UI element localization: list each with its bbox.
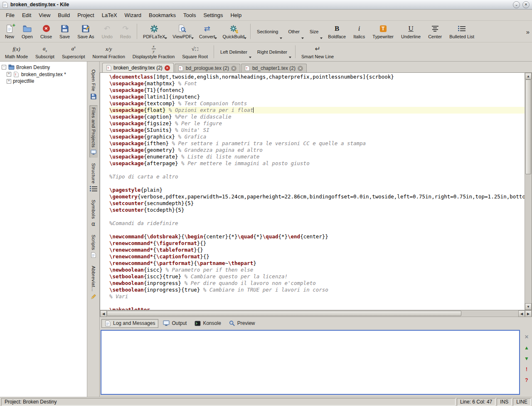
code-line-21[interactable]: \setcounter{tocdepth}{5} — [109, 207, 525, 213]
menu-file[interactable]: File — [2, 11, 18, 20]
doc-tab-bd-prologue-tex-2[interactable]: Tbd_prologue.tex (2)✕ — [175, 64, 240, 72]
menu-settings[interactable]: Settings — [200, 11, 226, 20]
side-tab-structure[interactable]: Structure — [89, 161, 98, 194]
close-window-button[interactable]: ✕ — [522, 1, 530, 8]
code-line-11[interactable]: \usepackage{ifthen} % Per settare i para… — [109, 140, 525, 147]
other-button[interactable]: Other — [284, 22, 305, 41]
horizontal-scroll-track[interactable] — [107, 310, 518, 317]
side-tab-files-and-projects[interactable]: Files and Projects — [89, 105, 98, 158]
horizontal-scroll-thumb[interactable] — [107, 311, 461, 316]
doc-tab-bd-chapter1-tex-2[interactable]: Tbd_chapter1.tex (2)✕ — [241, 64, 307, 72]
code-line-24[interactable] — [109, 227, 525, 233]
bottom-tab-konsole[interactable]: Konsole — [191, 319, 224, 328]
code-line-6[interactable]: \usepackage{float} % Opzioni extra per i… — [109, 107, 525, 114]
subscript-button[interactable]: axSubscript — [32, 43, 58, 60]
viewpdf-button[interactable]: ViewPDF — [169, 22, 195, 41]
undo-button[interactable]: ↶Undo — [99, 22, 116, 41]
close-tab-icon[interactable]: ✕ — [231, 66, 236, 71]
code-line-12[interactable]: \usepackage{geometry} % Grandezza pagina… — [109, 147, 525, 153]
code-line-27[interactable]: \renewcommand*{\tableformat}{} — [109, 247, 525, 253]
italics-button[interactable]: iItalics — [350, 22, 368, 41]
left-delimiter-button[interactable]: Left Delimiter — [217, 43, 253, 60]
pdflatex-button[interactable]: PDFLaTeX — [140, 22, 168, 41]
save-button[interactable]: Save — [56, 22, 73, 41]
code-line-17[interactable] — [109, 180, 525, 187]
code-line-13[interactable]: \usepackage{enumerate} % Liste di liste … — [109, 153, 525, 160]
side-tab-scripts[interactable]: Scripts — [89, 233, 98, 260]
tree-item-projectfile[interactable]: +projectfile — [0, 78, 87, 84]
close-tab-icon[interactable]: ✕ — [165, 65, 170, 71]
menu-tools[interactable]: Tools — [180, 11, 199, 20]
square-root-button[interactable]: √Square Root — [179, 43, 211, 60]
smart-new-line-button[interactable]: ↵Smart New Line — [298, 43, 337, 60]
displaystyle-fraction-button[interactable]: xyDisplaystyle Fraction — [129, 43, 178, 60]
code-line-15[interactable] — [109, 167, 525, 173]
code-line-19[interactable]: \geometry{verbose,pdftex,paperwidth=15.2… — [109, 193, 525, 200]
quickbuild-button[interactable]: ↯QuickBuild — [219, 22, 248, 41]
code-line-23[interactable]: %Comandi da ridefinire — [109, 220, 525, 227]
log-errors-icon[interactable]: ! — [523, 366, 530, 373]
underline-button[interactable]: UUnderline — [398, 22, 424, 41]
tree-expander-icon[interactable]: + — [7, 79, 11, 84]
size-button[interactable]: Size — [306, 22, 324, 41]
log-next-item-icon[interactable]: ▼ — [523, 355, 530, 362]
menu-bookmarks[interactable]: Bookmarks — [145, 11, 179, 20]
bottom-tab-preview[interactable]: Preview — [226, 319, 259, 328]
tree-item-broken-destiny[interactable]: -Broken Destiny — [0, 64, 87, 71]
right-delimiter-button[interactable]: Right Delimiter — [254, 43, 293, 60]
code-line-36[interactable]: \makeatletter — [109, 307, 525, 310]
scroll-left-button-secondary[interactable]: ◀ — [518, 310, 525, 317]
toolbar-overflow-button[interactable]: » — [526, 28, 530, 35]
close-button[interactable]: ✕Close — [37, 22, 55, 41]
bulleted-list-button[interactable]: Bulleted List — [446, 22, 478, 41]
code-line-14[interactable]: \usepackage{afterpage} % Per mettere le … — [109, 160, 525, 167]
save-as-button[interactable]: Save As — [74, 22, 97, 41]
side-tab-open-file[interactable]: Open File — [89, 67, 98, 102]
menu-help[interactable]: Help — [227, 11, 245, 20]
code-line-22[interactable] — [109, 213, 525, 220]
scroll-left-button[interactable]: ◀ — [100, 310, 107, 317]
code-editor[interactable]: \documentclass[10pt,twoside,english,norm… — [100, 73, 525, 310]
code-line-25[interactable]: \newcommand{\dotsbreak}{\begin{center}{*… — [109, 233, 525, 240]
vertical-scroll-thumb[interactable] — [525, 79, 531, 174]
vertical-scroll-track[interactable] — [525, 79, 532, 303]
redo-button[interactable]: ↷Redo — [117, 22, 134, 41]
vertical-scrollbar[interactable]: ▲ ▼ — [525, 73, 532, 310]
code-line-30[interactable]: \newboolean{iscc} % Parametro per if the… — [109, 267, 525, 273]
scroll-down-button[interactable]: ▼ — [525, 303, 532, 310]
menu-build[interactable]: Build — [54, 11, 73, 20]
code-line-18[interactable]: \pagestyle{plain} — [109, 187, 525, 193]
tree-item-broken-destiny-tex[interactable]: +Tbroken_destiny.tex * — [0, 71, 87, 78]
boldface-button[interactable]: BBoldface — [325, 22, 349, 41]
doc-tab-broken-destiny-tex-2[interactable]: Tbroken_destiny.tex (2)✕ — [102, 63, 174, 72]
scroll-up-button[interactable]: ▲ — [525, 73, 532, 79]
new-button[interactable]: +New — [2, 22, 17, 41]
center-button[interactable]: Center — [425, 22, 445, 41]
title-bar[interactable]: broken_destiny.tex - Kile ⌄ ✕ — [0, 0, 532, 10]
code-line-9[interactable]: \usepackage{SIunits} % Unita' SI — [109, 127, 525, 134]
menu-latex[interactable]: LaTeX — [99, 11, 121, 20]
code-line-20[interactable]: \setcounter{secnumdepth}{5} — [109, 200, 525, 207]
menu-view[interactable]: View — [35, 11, 54, 20]
menu-project[interactable]: Project — [74, 11, 97, 20]
normal-fraction-button[interactable]: x/yNormal Fraction — [89, 43, 128, 60]
scroll-right-button[interactable]: ▶ — [525, 310, 532, 317]
code-line-32[interactable]: \newboolean{inprogress} % Per dire quand… — [109, 280, 525, 287]
open-button[interactable]: Open — [18, 22, 36, 41]
log-hide-panel-icon[interactable]: ✕ — [523, 333, 530, 340]
code-line-26[interactable]: \renewcommand*{\figureformat}{} — [109, 240, 525, 247]
bottom-tab-output[interactable]: Output — [160, 319, 190, 328]
tree-expander-icon[interactable]: - — [2, 65, 6, 69]
code-line-31[interactable]: \setboolean{iscc}{true} % Cambiare quest… — [109, 273, 525, 280]
close-tab-icon[interactable]: ✕ — [298, 66, 303, 71]
side-tab-symbols[interactable]: Symbolsα — [89, 198, 98, 229]
code-line-33[interactable]: \setboolean{inprogress}{true} % Cambiare… — [109, 287, 525, 293]
code-line-10[interactable]: \usepackage{graphicx} % Grafica — [109, 134, 525, 140]
code-line-28[interactable]: \renewcommand*{\captionformat}{} — [109, 253, 525, 260]
code-line-16[interactable]: %Tipo di carta e altro — [109, 173, 525, 180]
menu-edit[interactable]: Edit — [19, 11, 34, 20]
code-line-8[interactable]: \usepackage{figsize} % Per le figure — [109, 120, 525, 127]
typewriter-button[interactable]: TTypewriter — [369, 22, 397, 41]
bottom-tab-log-and-messages[interactable]: Log and Messages — [101, 319, 158, 328]
menu-wizard[interactable]: Wizard — [121, 11, 145, 20]
